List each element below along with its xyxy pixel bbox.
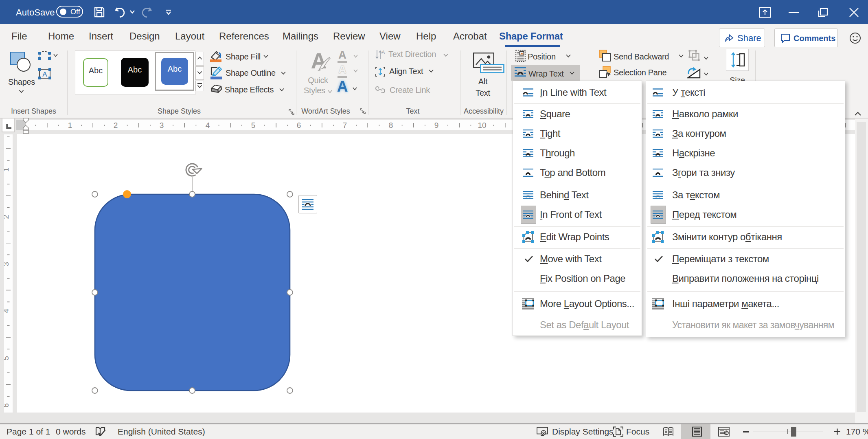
svg-text:A: A (381, 49, 385, 55)
svg-text:6: 6 (297, 121, 301, 130)
svg-text:A: A (42, 70, 47, 78)
svg-text:9: 9 (434, 121, 439, 130)
svg-text:8: 8 (389, 121, 393, 130)
svg-text:4: 4 (4, 309, 10, 313)
svg-text:6: 6 (4, 403, 10, 408)
svg-text:5: 5 (4, 356, 10, 360)
svg-text:3: 3 (4, 262, 10, 266)
svg-text:2: 2 (114, 121, 118, 130)
svg-text:5: 5 (251, 121, 256, 130)
svg-text:3: 3 (160, 121, 164, 130)
svg-text:7: 7 (343, 121, 347, 130)
svg-text:1: 1 (4, 167, 10, 172)
svg-text:4: 4 (206, 121, 210, 130)
svg-text:10: 10 (478, 121, 486, 130)
svg-text:2: 2 (4, 215, 10, 219)
svg-text:1: 1 (68, 121, 72, 130)
